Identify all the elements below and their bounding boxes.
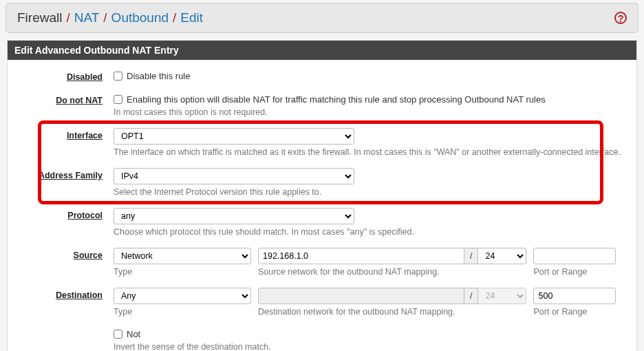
checkbox-donotnat[interactable]: Enabling this option will disable NAT fo… bbox=[114, 93, 627, 105]
row-address-family: Address Family IPv4 Select the Internet … bbox=[8, 164, 636, 201]
help-donotnat: In most cases this option is not require… bbox=[114, 107, 627, 117]
checkbox-disable-rule[interactable]: Disable this rule bbox=[114, 70, 627, 81]
breadcrumb-outbound[interactable]: Outbound bbox=[111, 10, 169, 25]
input-destination-network bbox=[258, 288, 464, 304]
label-protocol: Protocol bbox=[17, 208, 114, 220]
checkbox-not[interactable]: Not bbox=[114, 328, 627, 339]
help-destination-type: Type bbox=[114, 307, 251, 317]
row-source: Source Network Type / 24 bbox=[8, 244, 636, 281]
breadcrumb-edit[interactable]: Edit bbox=[180, 10, 203, 25]
checkbox-not-label: Not bbox=[127, 329, 140, 339]
select-destination-prefix: 24 bbox=[478, 288, 526, 304]
input-destination-port[interactable] bbox=[533, 288, 616, 304]
input-source-port[interactable] bbox=[533, 248, 616, 264]
breadcrumb-sep: / bbox=[103, 10, 107, 25]
panel-body: Disabled Disable this rule Do not NAT En… bbox=[8, 60, 636, 351]
slash-icon: / bbox=[464, 248, 478, 264]
source-network-group: / 24 bbox=[258, 248, 526, 264]
help-icon[interactable]: ? bbox=[614, 12, 627, 24]
select-interface[interactable]: OPT1 bbox=[114, 128, 354, 145]
select-source-prefix[interactable]: 24 bbox=[478, 248, 526, 264]
help-source-type: Type bbox=[114, 267, 251, 277]
row-protocol: Protocol any Choose which protocol this … bbox=[8, 204, 636, 241]
breadcrumb-bar: Firewall / NAT / Outbound / Edit ? bbox=[6, 3, 638, 33]
label-interface: Interface bbox=[17, 128, 114, 140]
select-source-type[interactable]: Network bbox=[114, 248, 251, 264]
select-address-family[interactable]: IPv4 bbox=[114, 168, 354, 184]
row-not: Not Invert the sense of the destination … bbox=[8, 323, 636, 351]
breadcrumb-sep: / bbox=[66, 10, 69, 25]
input-source-network[interactable] bbox=[258, 248, 464, 264]
checkbox-not-input[interactable] bbox=[114, 330, 122, 339]
row-donotnat: Do not NAT Enabling this option will dis… bbox=[8, 89, 636, 121]
help-destination-network: Destination network for the outbound NAT… bbox=[258, 307, 526, 317]
slash-icon: / bbox=[464, 288, 478, 304]
label-address-family: Address Family bbox=[17, 168, 114, 180]
breadcrumb-sep: / bbox=[173, 10, 176, 25]
panel-title: Edit Advanced Outbound NAT Entry bbox=[8, 41, 636, 60]
select-destination-type[interactable]: Any bbox=[114, 288, 251, 304]
help-address-family: Select the Internet Protocol version thi… bbox=[114, 187, 627, 197]
breadcrumb: Firewall / NAT / Outbound / Edit bbox=[17, 10, 203, 25]
breadcrumb-nat[interactable]: NAT bbox=[74, 10, 100, 25]
help-not: Invert the sense of the destination matc… bbox=[114, 342, 627, 351]
help-interface: The interface on which traffic is matche… bbox=[114, 147, 627, 157]
checkbox-donotnat-input[interactable] bbox=[114, 95, 122, 104]
breadcrumb-firewall[interactable]: Firewall bbox=[17, 10, 62, 25]
label-source: Source bbox=[17, 248, 114, 260]
row-interface: Interface OPT1 The interface on which tr… bbox=[8, 124, 636, 161]
checkbox-disable-rule-label: Disable this rule bbox=[127, 71, 191, 81]
checkbox-disable-rule-input[interactable] bbox=[114, 72, 122, 81]
label-destination: Destination bbox=[17, 288, 114, 300]
help-source-port: Port or Range bbox=[533, 267, 616, 277]
label-not-empty bbox=[17, 328, 114, 330]
help-source-network: Source network for the outbound NAT mapp… bbox=[258, 267, 526, 277]
help-protocol: Choose which protocol this rule should m… bbox=[114, 227, 627, 237]
row-disabled: Disabled Disable this rule bbox=[8, 65, 636, 86]
label-disabled: Disabled bbox=[17, 70, 114, 82]
destination-network-group: / 24 bbox=[258, 288, 526, 304]
row-destination: Destination Any Type / 24 bbox=[8, 284, 636, 321]
select-protocol[interactable]: any bbox=[114, 208, 354, 224]
checkbox-donotnat-label: Enabling this option will disable NAT fo… bbox=[127, 94, 546, 105]
panel-edit-nat: Edit Advanced Outbound NAT Entry Disable… bbox=[7, 40, 637, 351]
help-destination-port: Port or Range bbox=[533, 307, 616, 317]
label-donotnat: Do not NAT bbox=[17, 93, 114, 105]
